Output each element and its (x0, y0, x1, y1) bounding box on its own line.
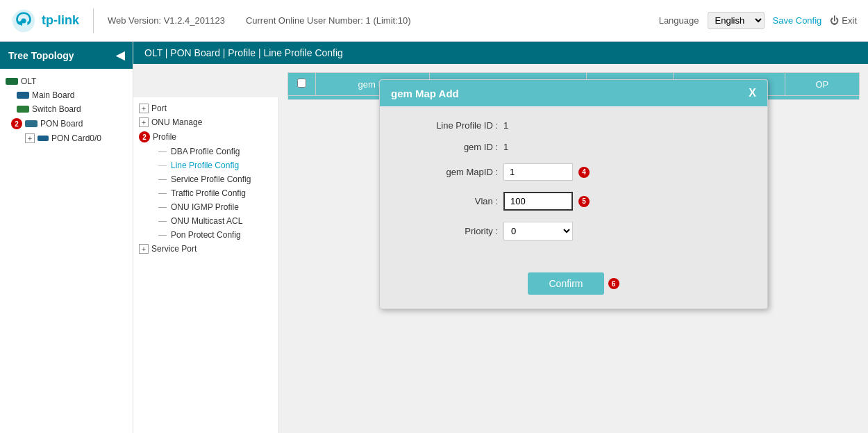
modal-body: Line Profile ID : 1 gem ID : 1 gem MapID… (380, 106, 767, 265)
power-icon: ⏻ (830, 15, 839, 26)
vlan-row: Vlan : 5 (401, 192, 746, 211)
pon-board-icon (25, 120, 37, 127)
language-label: Language (659, 15, 699, 26)
modal-close-button[interactable]: X (749, 87, 756, 99)
nav-service-port[interactable]: + Service Port (133, 242, 278, 256)
gem-mapid-input[interactable] (503, 163, 573, 181)
modal-header: gem Map Add X (380, 80, 767, 106)
modal-footer: Confirm 6 (380, 265, 767, 309)
sidebar-collapse-button[interactable]: ◀ (116, 49, 124, 62)
nav-profile[interactable]: 2 Profile (133, 129, 278, 145)
nav-port[interactable]: + Port (133, 101, 278, 115)
onu-expand-icon[interactable]: + (139, 117, 149, 127)
main-content: OLT | PON Board | Profile | Line Profile… (133, 42, 868, 433)
content-area: + Port + ONU Manage 2 Profile — DBA Prof… (133, 64, 868, 433)
nav-traffic-profile[interactable]: — Traffic Profile Config (133, 186, 278, 200)
gem-mapid-badge: 4 (578, 167, 590, 178)
main-layout: Tree Topology ◀ OLT Main Board Switch Bo… (0, 42, 868, 433)
priority-row: Priority : 0 1 2 3 4 5 6 7 (401, 222, 746, 240)
exit-button[interactable]: ⏻ Exit (830, 15, 857, 26)
logo-text: tp-link (42, 13, 79, 28)
nav-onu-manage[interactable]: + ONU Manage (133, 115, 278, 129)
pon-board-badge: 2 (11, 118, 22, 129)
header-right: Language English Chinese Save Config ⏻ E… (659, 12, 857, 29)
main-board-icon (17, 92, 29, 99)
sidebar-item-pon-card[interactable]: + PON Card0/0 (0, 131, 133, 145)
sub-nav: + Port + ONU Manage 2 Profile — DBA Prof… (133, 97, 279, 433)
logo-area: tp-link (11, 8, 94, 33)
switch-board-label: Switch Board (32, 104, 81, 114)
main-board-label: Main Board (32, 90, 74, 100)
sidebar-title-bar: Tree Topology ◀ (0, 42, 133, 69)
line-profile-id-label: Line Profile ID : (401, 120, 498, 131)
expand-pon-card-icon[interactable]: + (25, 133, 35, 143)
header-info: Web Version: V1.2.4_201123 Current Onlin… (108, 15, 659, 26)
port-expand-icon[interactable]: + (139, 104, 149, 113)
sidebar-item-switch-board[interactable]: Switch Board (0, 102, 133, 116)
sidebar: Tree Topology ◀ OLT Main Board Switch Bo… (0, 42, 133, 433)
sidebar-item-olt[interactable]: OLT (0, 74, 133, 88)
modal-title: gem Map Add (391, 88, 459, 99)
gem-id-value: 1 (503, 142, 508, 152)
confirm-badge: 6 (608, 278, 619, 289)
language-select[interactable]: English Chinese (708, 12, 765, 29)
nav-service-profile[interactable]: — Service Profile Config (133, 172, 278, 186)
confirm-button[interactable]: Confirm (528, 272, 603, 295)
profile-badge: 2 (139, 131, 150, 142)
priority-label: Priority : (401, 226, 498, 236)
vlan-badge: 5 (578, 196, 590, 207)
nav-dba-profile[interactable]: — DBA Profile Config (133, 145, 278, 158)
olt-device-icon (6, 78, 18, 85)
nav-onu-igmp[interactable]: — ONU IGMP Profile (133, 200, 278, 214)
priority-select[interactable]: 0 1 2 3 4 5 6 7 (503, 222, 573, 240)
pon-card-label: PON Card0/0 (51, 133, 101, 143)
web-version: Web Version: V1.2.4_201123 (108, 15, 225, 26)
modal-overlay: gem Map Add X Line Profile ID : 1 g (287, 72, 860, 100)
pon-board-label: PON Board (40, 119, 83, 129)
breadcrumb: OLT | PON Board | Profile | Line Profile… (133, 42, 868, 64)
gem-id-row: gem ID : 1 (401, 142, 746, 152)
tp-link-logo-icon (11, 8, 36, 33)
pon-card-icon (37, 136, 49, 141)
nav-onu-multicast[interactable]: — ONU Multicast ACL (133, 214, 278, 228)
gem-id-label: gem ID : (401, 142, 498, 152)
line-profile-id-value: 1 (503, 120, 508, 131)
sidebar-item-main-board[interactable]: Main Board (0, 88, 133, 102)
vlan-label: Vlan : (401, 196, 498, 206)
line-profile-id-row: Line Profile ID : 1 (401, 120, 746, 131)
nav-line-profile[interactable]: — Line Profile Config (133, 158, 278, 172)
gem-mapid-row: gem MapID : 4 (401, 163, 746, 181)
sidebar-title: Tree Topology (8, 50, 74, 61)
sidebar-item-pon-board[interactable]: 2 PON Board (0, 116, 133, 131)
switch-board-icon (17, 106, 29, 113)
header: tp-link Web Version: V1.2.4_201123 Curre… (0, 0, 868, 42)
sidebar-tree: OLT Main Board Switch Board 2 PON Board … (0, 69, 133, 433)
save-config-button[interactable]: Save Config (773, 15, 822, 26)
nav-pon-protect[interactable]: — Pon Protect Config (133, 228, 278, 242)
gem-mapid-label: gem MapID : (401, 167, 498, 177)
service-port-expand-icon[interactable]: + (139, 244, 149, 254)
online-users: Current Online User Number: 1 (Limit:10) (246, 15, 411, 26)
olt-label: OLT (21, 76, 36, 86)
table-area: ForoISP (287, 72, 860, 100)
gem-map-add-modal: gem Map Add X Line Profile ID : 1 g (379, 79, 768, 309)
vlan-input[interactable] (503, 192, 573, 211)
